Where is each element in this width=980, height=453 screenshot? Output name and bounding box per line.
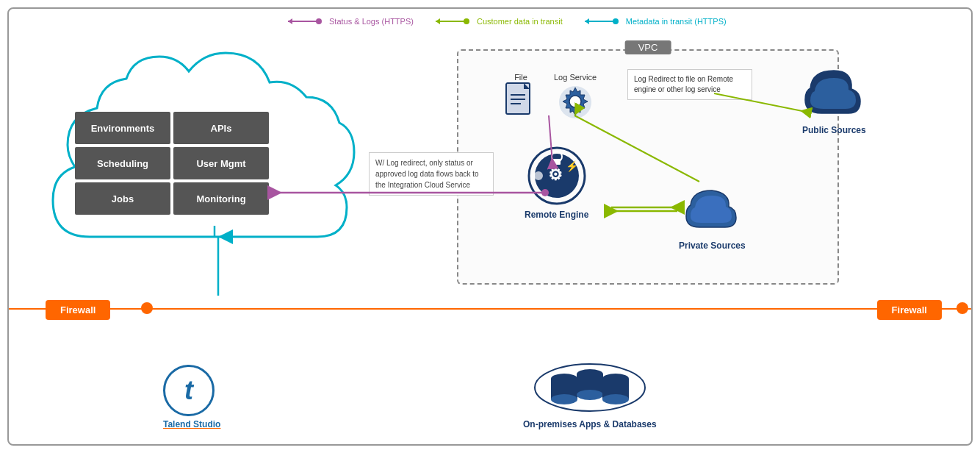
remote-engine-label: Remote Engine xyxy=(525,210,588,220)
cloud-box-scheduling: Scheduling xyxy=(75,147,170,179)
file-icon-area: File xyxy=(502,73,539,125)
talend-studio-area: t Talend Studio xyxy=(163,365,220,429)
cloud-box-monitoring: Monitoring xyxy=(173,182,269,215)
svg-text:⚡: ⚡ xyxy=(566,160,579,173)
legend-metadata: Metadata in transit (HTTPS) xyxy=(585,16,727,26)
log-service-icon-area: Log Service xyxy=(554,73,597,125)
cloud-boxes: Environments APIs Scheduling User Mgmt J… xyxy=(75,112,269,215)
remote-engine-area: ⚙ ⚡ Remote Engine xyxy=(525,146,588,220)
svg-point-28 xyxy=(577,390,603,400)
cloud-box-jobs: Jobs xyxy=(75,182,170,215)
svg-point-17 xyxy=(534,171,543,180)
firewall-bar: Firewall Firewall xyxy=(9,294,971,324)
talend-logo: t xyxy=(163,365,215,416)
legend-metadata-label: Metadata in transit (HTTPS) xyxy=(626,17,727,26)
on-premises-label: On-premises Apps & Databases xyxy=(523,419,657,429)
cloud-box-usermgmt: User Mgmt xyxy=(173,147,269,179)
svg-rect-21 xyxy=(553,159,561,165)
talend-studio-label: Talend Studio xyxy=(163,419,220,429)
on-premises-area: On-premises Apps & Databases xyxy=(523,358,657,429)
legend-status-logs-label: Status & Logs (HTTPS) xyxy=(329,17,414,26)
vpc-box: VPC File Log Service Lo xyxy=(457,49,839,285)
firewall-badge-right: Firewall xyxy=(877,300,942,320)
diagram-container: Status & Logs (HTTPS) Customer data in t… xyxy=(7,7,973,446)
cloud-box-environments: Environments xyxy=(75,112,170,144)
cloud-box-apis: APIs xyxy=(173,112,269,144)
legend: Status & Logs (HTTPS) Customer data in t… xyxy=(288,16,727,26)
private-sources-area: Private Sources xyxy=(679,187,746,251)
firewall-dot-left xyxy=(141,302,153,314)
legend-customer-data: Customer data in transit xyxy=(436,16,563,26)
svg-point-1 xyxy=(316,18,322,24)
svg-point-25 xyxy=(551,394,577,404)
private-sources-label: Private Sources xyxy=(679,240,746,251)
file-label: File xyxy=(502,73,539,82)
log-redirect-box: Log Redirect to file on Remote engine or… xyxy=(627,69,752,100)
firewall-badge-left: Firewall xyxy=(46,300,110,320)
log-service-label: Log Service xyxy=(554,73,597,82)
svg-text:⚙: ⚙ xyxy=(548,165,563,184)
log-redirect-note: W/ Log redirect, only status or approved… xyxy=(369,152,494,196)
vpc-label: VPC xyxy=(625,40,671,54)
svg-marker-5 xyxy=(436,18,440,24)
svg-point-31 xyxy=(602,394,629,404)
legend-customer-data-label: Customer data in transit xyxy=(477,17,563,26)
public-sources-label: Public Sources xyxy=(802,125,866,135)
legend-status-logs: Status & Logs (HTTPS) xyxy=(288,16,414,26)
public-sources-area: Public Sources xyxy=(802,68,866,135)
firewall-dot-right xyxy=(956,302,968,314)
svg-point-7 xyxy=(613,18,619,24)
svg-marker-8 xyxy=(585,18,589,24)
svg-point-14 xyxy=(569,96,581,107)
svg-marker-2 xyxy=(288,18,292,24)
svg-point-4 xyxy=(464,18,469,24)
firewall-line xyxy=(9,308,971,310)
